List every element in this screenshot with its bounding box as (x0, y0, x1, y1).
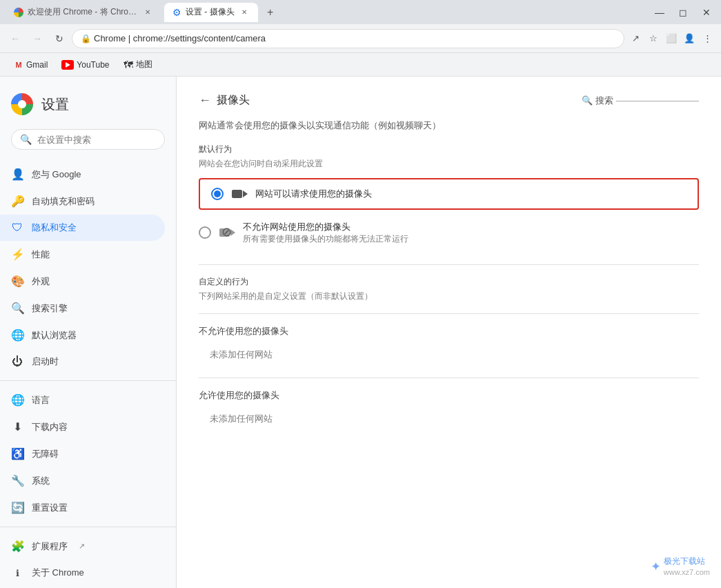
watermark-icon: ✦ (651, 559, 661, 574)
sidebar-item-system-label: 系统 (32, 475, 50, 487)
sidebar-item-system[interactable]: 🔧 系统 (0, 467, 165, 494)
sidebar-item-startup[interactable]: ⏻ 启动时 (0, 349, 165, 375)
title-bar: 欢迎使用 Chrome - 将 Chrome... ✕ ⚙ 设置 - 摄像头 ✕… (0, 0, 721, 24)
radio-allow[interactable] (211, 188, 224, 200)
bookmark-youtube[interactable]: YouTube (56, 57, 115, 72)
sidebar-item-startup-label: 启动时 (32, 355, 59, 368)
sidebar-item-privacy[interactable]: 🛡 隐私和安全 (0, 215, 165, 241)
description-text: 网站通常会使用您的摄像头以实现通信功能（例如视频聊天） (199, 120, 441, 130)
sidebar-item-extensions-label: 扩展程序 (32, 540, 68, 553)
deny-list-empty: 未添加任何网站 (199, 343, 699, 366)
address-text: Chrome | chrome://settings/content/camer… (94, 33, 266, 43)
camera-description: 网站通常会使用您的摄像头以实现通信功能（例如视频聊天） (199, 119, 699, 133)
default-behavior-label: 默认行为 (199, 144, 699, 155)
reload-button[interactable]: ↻ (50, 29, 69, 48)
sidebar-item-reset[interactable]: 🔄 重置设置 (0, 494, 165, 521)
reset-icon: 🔄 (11, 501, 23, 514)
sidebar-item-appearance-label: 外观 (32, 275, 50, 288)
panel-title: 摄像头 (217, 93, 250, 108)
back-button[interactable]: ← (6, 29, 25, 48)
settings-title: 设置 (41, 95, 69, 114)
search-icon: 🔍 (582, 95, 593, 106)
watermark-text: 极光下载站 www.xz7.com (664, 556, 710, 577)
panel-search-label: 搜索 (595, 95, 613, 107)
option-deny-box[interactable]: ⊘ 不允许网站使用您的摄像头 所有需要使用摄像头的功能都将无法正常运行 (199, 213, 699, 253)
watermark-url: www.xz7.com (664, 568, 710, 576)
settings-header: 设置 (0, 88, 176, 126)
extensions-icon: 🧩 (11, 540, 23, 553)
sidebar-item-default-browser[interactable]: 🌐 默认浏览器 (0, 322, 165, 349)
camera-video-icon (232, 188, 247, 199)
system-icon: 🔧 (11, 474, 23, 487)
settings-search-input[interactable] (37, 135, 156, 145)
sidebar-item-google[interactable]: 👤 您与 Google (0, 161, 165, 188)
sidebar-item-performance-label: 性能 (32, 248, 50, 261)
tab-2-close[interactable]: ✕ (239, 7, 250, 18)
radio-deny-outer (199, 226, 211, 239)
sidebar-item-language[interactable]: 🌐 语言 (0, 386, 165, 413)
sidebar-item-downloads[interactable]: ⬇ 下载内容 (0, 413, 165, 440)
chrome-logo-icon (11, 93, 33, 115)
tab-2-title: 设置 - 摄像头 (186, 6, 235, 18)
watermark: ✦ 极光下载站 www.xz7.com (651, 556, 710, 577)
bookmark-gmail[interactable]: M Gmail (8, 57, 53, 72)
split-view-button[interactable]: ⬜ (663, 30, 680, 47)
secure-icon: 🔒 (81, 34, 91, 43)
option-deny-text: 不允许网站使用您的摄像头 所有需要使用摄像头的功能都将无法正常运行 (243, 221, 408, 245)
option-deny-sublabel: 所有需要使用摄像头的功能都将无法正常运行 (243, 233, 408, 245)
option-allow-box[interactable]: 网站可以请求使用您的摄像头 (199, 178, 699, 210)
sidebar-item-extensions[interactable]: 🧩 扩展程序 ↗ (0, 533, 165, 560)
startup-icon: ⏻ (11, 355, 23, 368)
performance-icon: ⚡ (11, 248, 23, 261)
google-icon: 👤 (11, 168, 23, 181)
sidebar-item-privacy-label: 隐私和安全 (32, 222, 77, 234)
sidebar-item-performance[interactable]: ⚡ 性能 (0, 241, 165, 268)
radio-deny[interactable] (199, 226, 211, 239)
divider-3 (199, 378, 699, 378)
back-button[interactable]: ← (199, 93, 211, 108)
sidebar-item-about[interactable]: ℹ 关于 Chrome (0, 560, 165, 586)
panel-header: ← 摄像头 🔍 搜索 (199, 93, 699, 108)
profile-button[interactable]: 👤 (681, 30, 698, 47)
tab-1[interactable]: 欢迎使用 Chrome - 将 Chrome... ✕ (6, 3, 161, 22)
sidebar-item-accessibility-label: 无障碍 (32, 448, 59, 460)
sidebar-item-autofill[interactable]: 🔑 自动填充和密码 (0, 188, 165, 215)
restore-button[interactable]: ◻ (674, 3, 692, 21)
search-bar-wrapper: 🔍 (0, 126, 176, 161)
language-icon: 🌐 (11, 393, 23, 406)
option-allow-label: 网站可以请求使用您的摄像头 (255, 188, 372, 200)
new-tab-button[interactable]: + (261, 3, 280, 22)
menu-button[interactable]: ⋮ (699, 30, 715, 47)
about-icon: ℹ (11, 568, 23, 578)
sidebar-item-accessibility[interactable]: ♿ 无障碍 (0, 440, 165, 467)
minimize-button[interactable]: — (651, 3, 669, 21)
tab-1-close[interactable]: ✕ (142, 7, 153, 18)
tab-2[interactable]: ⚙ 设置 - 摄像头 ✕ (164, 3, 258, 22)
accessibility-icon: ♿ (11, 447, 23, 460)
tabs-container: 欢迎使用 Chrome - 将 Chrome... ✕ ⚙ 设置 - 摄像头 ✕… (6, 3, 280, 22)
sidebar-item-appearance[interactable]: 🎨 外观 (0, 268, 165, 295)
sidebar-item-google-label: 您与 Google (32, 168, 81, 181)
divider-2 (199, 313, 699, 314)
custom-section-sub: 下列网站采用的是自定义设置（而非默认设置） (199, 291, 699, 302)
address-domain: Chrome | (94, 33, 133, 43)
close-button[interactable]: ✕ (698, 3, 715, 21)
sidebar-item-autofill-label: 自动填充和密码 (32, 195, 95, 208)
bookmark-button[interactable]: ☆ (645, 30, 662, 47)
share-button[interactable]: ↗ (627, 30, 644, 47)
panel-search: 🔍 搜索 (582, 95, 699, 107)
bookmark-map[interactable]: 🗺 地图 (118, 56, 158, 73)
gmail-icon: M (14, 60, 23, 70)
sidebar-item-reset-label: 重置设置 (32, 502, 68, 514)
address-input[interactable]: 🔒 Chrome | chrome://settings/content/cam… (72, 29, 624, 48)
main-content: 设置 🔍 👤 您与 Google 🔑 自动填充和密码 🛡 隐私和安全 ⚡ 性能 … (0, 77, 721, 588)
sidebar-item-search[interactable]: 🔍 搜索引擎 (0, 295, 165, 322)
forward-button[interactable]: → (28, 29, 47, 48)
sidebar-item-search-label: 搜索引擎 (32, 302, 68, 315)
panel-header-left: ← 摄像头 (199, 93, 250, 108)
tab-1-title: 欢迎使用 Chrome - 将 Chrome... (28, 6, 138, 18)
address-bar: ← → ↻ 🔒 Chrome | chrome://settings/conte… (0, 24, 721, 53)
search-line (616, 101, 699, 101)
sidebar-divider-1 (0, 380, 176, 381)
settings-search-bar[interactable]: 🔍 (11, 129, 165, 150)
